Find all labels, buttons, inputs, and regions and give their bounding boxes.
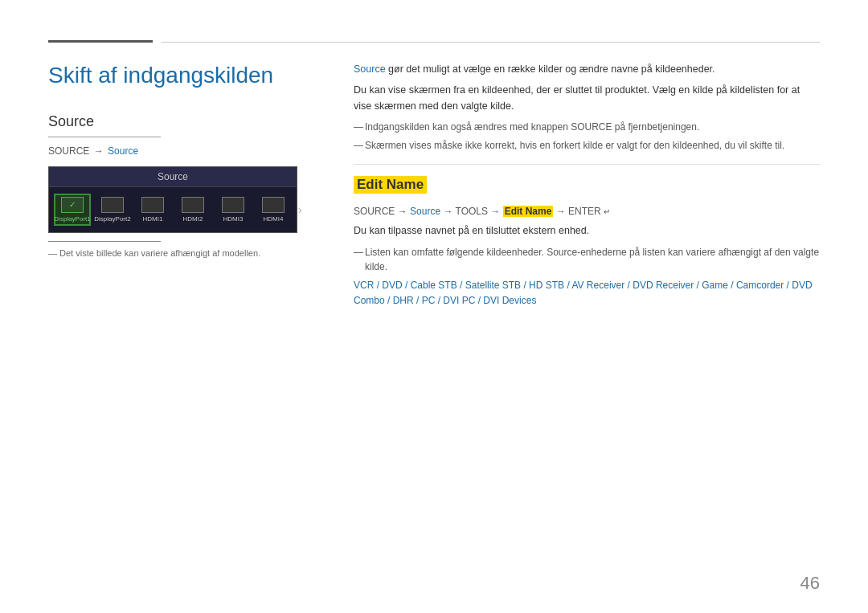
- dash-item-2: Skærmen vises måske ikke korrekt, hvis e…: [354, 138, 820, 153]
- bc2-arrow2: →: [443, 206, 452, 217]
- bc2-source: SOURCE: [354, 206, 395, 217]
- bc2-tools: TOOLS: [456, 206, 488, 217]
- source-item-label-hdmi4: HDMI4: [264, 215, 284, 223]
- device-list: VCR / DVD / Cable STB / Satellite STB / …: [354, 278, 820, 309]
- bc2-enter: ENTER: [568, 206, 601, 217]
- left-column: Skift af indgangskilden Source SOURCE → …: [48, 62, 321, 309]
- source-scroll-arrow-icon[interactable]: ›: [298, 203, 302, 216]
- source-item-label-hdmi2: HDMI2: [183, 215, 203, 223]
- bc2-edit-name: Edit Name: [503, 206, 554, 217]
- source-item-icon-dp1: ✓: [61, 197, 84, 213]
- bc2-arrow3: →: [490, 206, 500, 217]
- breadcrumb-prefix: SOURCE: [48, 145, 89, 157]
- main-content: Skift af indgangskilden Source SOURCE → …: [48, 62, 820, 309]
- source-item-label-hdmi3: HDMI3: [223, 215, 244, 223]
- source-item-icon-hdmi1: [141, 197, 164, 213]
- source-footnote: — Det viste billede kan variere afhængig…: [48, 248, 321, 258]
- source-item-hdmi1[interactable]: HDMI1: [134, 197, 171, 223]
- section-separator: [354, 164, 820, 165]
- source-item-label-dp2: DisplayPort2: [94, 215, 130, 223]
- top-decorative-lines: [48, 40, 820, 43]
- breadcrumb-arrow: →: [94, 145, 104, 157]
- source-breadcrumb: SOURCE → Source: [48, 145, 321, 157]
- edit-name-heading: Edit Name: [354, 176, 427, 194]
- source-section-heading: Source: [48, 113, 321, 130]
- device-list-source-link: Source: [547, 247, 577, 258]
- intro-paragraph: Source gør det muligt at vælge en række …: [354, 62, 820, 77]
- device-list-dash: Listen kan omfatte følgende kildeenheder…: [354, 245, 820, 274]
- top-line-light: [161, 42, 820, 43]
- source-item-hdmi2[interactable]: HDMI2: [174, 197, 211, 223]
- edit-name-para: Du kan tilpasse navnet på en tilsluttet …: [354, 223, 820, 239]
- page-number: 46: [800, 573, 820, 594]
- source-highlight-intro: Source: [354, 63, 386, 75]
- page-container: Skift af indgangskilden Source SOURCE → …: [0, 0, 868, 613]
- edit-name-breadcrumb: SOURCE → Source → TOOLS → Edit Name → EN…: [354, 205, 820, 217]
- source-item-icon-hdmi2: [182, 197, 204, 213]
- bc2-arrow1: →: [398, 206, 407, 217]
- source-item-label-hdmi1: HDMI1: [143, 215, 163, 223]
- breadcrumb2: SOURCE → Source → TOOLS → Edit Name → EN…: [354, 206, 610, 217]
- device-list-text: VCR / DVD / Cable STB / Satellite STB / …: [354, 280, 813, 306]
- source-item-icon-hdmi4: [262, 197, 285, 213]
- source-item-hdmi4[interactable]: HDMI4: [255, 197, 292, 223]
- top-line-dark: [48, 40, 153, 43]
- bc2-link1: Source: [410, 206, 440, 217]
- source-item-displayport1[interactable]: ✓ DisplayPort1: [54, 194, 91, 226]
- source-item-label-dp1: DisplayPort1: [54, 215, 90, 223]
- source-item-hdmi3[interactable]: HDMI3: [215, 197, 252, 223]
- check-mark-icon: ✓: [69, 200, 76, 209]
- dash-item-1: Indgangskilden kan også ændres med knapp…: [354, 120, 820, 134]
- enter-icon: ↵: [604, 207, 610, 216]
- source-ui-box: Source ✓ DisplayPort1 DisplayPort2: [48, 166, 297, 233]
- intro-text-body: gør det muligt at vælge en række kilder …: [386, 63, 715, 75]
- device-list-prefix: Listen kan omfatte følgende kildeenheder…: [365, 247, 547, 258]
- bc2-arrow4: →: [556, 206, 566, 217]
- source-ui-items: ✓ DisplayPort1 DisplayPort2 HDMI1: [49, 187, 297, 232]
- section-divider: [48, 137, 161, 137]
- edit-name-section: Edit Name SOURCE → Source → TOOLS → Edit…: [354, 176, 820, 309]
- source-ui-divider: [48, 241, 161, 242]
- right-column: Source gør det muligt at vælge en række …: [354, 62, 820, 309]
- para1: Du kan vise skærmen fra en kildeenhed, d…: [354, 83, 820, 114]
- page-title: Skift af indgangskilden: [48, 62, 321, 89]
- source-item-icon-dp2: [101, 197, 124, 213]
- source-ui-title: Source: [49, 167, 297, 187]
- source-item-displayport2[interactable]: DisplayPort2: [94, 197, 131, 223]
- breadcrumb-link: Source: [108, 145, 138, 157]
- source-item-icon-hdmi3: [222, 197, 244, 213]
